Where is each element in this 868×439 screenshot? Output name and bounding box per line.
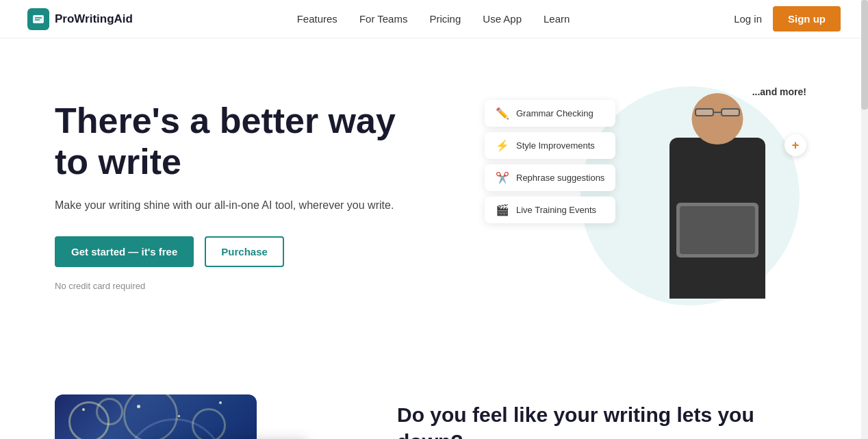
feature-card-training: 🎬 Live Training Events	[485, 197, 615, 223]
logo-text: ProWritingAid	[55, 12, 133, 26]
logo-link[interactable]: ProWritingAid	[27, 8, 133, 30]
nav-for-teams[interactable]: For Teams	[359, 13, 408, 25]
hero-buttons: Get started — it's free Purchase	[55, 236, 411, 267]
hero-left: There's a better way to write Make your …	[55, 101, 411, 290]
hero-subtitle: Make your writing shine with our all-in-…	[55, 197, 411, 214]
section2-right: Do you feel like your writing lets you d…	[397, 394, 813, 439]
feature-card-grammar: ✏️ Grammar Checking	[485, 100, 615, 127]
login-link[interactable]: Log in	[734, 13, 762, 25]
training-icon: 🎬	[496, 203, 509, 216]
hero-section: There's a better way to write Make your …	[0, 38, 868, 353]
nav-features[interactable]: Features	[297, 13, 337, 25]
rephrase-icon: ✂️	[496, 171, 509, 184]
person-glasses	[693, 108, 741, 116]
navbar: ProWritingAid Features For Teams Pricing…	[0, 0, 868, 38]
feature-cards: ✏️ Grammar Checking ⚡ Style Improvements…	[485, 100, 615, 223]
nav-learn[interactable]: Learn	[544, 13, 570, 25]
person-head	[692, 93, 743, 145]
feature-card-rephrase: ✂️ Rephrase suggestions	[485, 164, 615, 191]
person-illustration: +	[642, 79, 793, 299]
grammar-icon: ✏️	[496, 107, 509, 120]
plus-badge: +	[784, 134, 806, 156]
training-label: Live Training Events	[516, 205, 596, 215]
nav-use-app[interactable]: Use App	[483, 13, 522, 25]
scrollbar-thumb[interactable]	[861, 0, 868, 110]
get-started-button[interactable]: Get started — it's free	[55, 236, 194, 267]
no-credit-card-text: No credit card required	[55, 281, 411, 291]
signup-button[interactable]: Sign up	[773, 6, 841, 32]
logo-icon	[27, 8, 49, 30]
nav-pricing[interactable]: Pricing	[429, 13, 461, 25]
rephrase-label: Rephrase suggestions	[516, 173, 604, 183]
section2: My idea in my head Do you feel like your…	[0, 353, 868, 439]
style-label: Style Improvements	[516, 140, 595, 151]
page-scrollbar[interactable]	[861, 0, 868, 439]
laptop	[676, 203, 758, 258]
hero-right: ✏️ Grammar Checking ⚡ Style Improvements…	[485, 79, 813, 312]
feature-card-style: ⚡ Style Improvements	[485, 132, 615, 159]
style-icon: ⚡	[496, 139, 509, 152]
section2-title: Do you feel like your writing lets you d…	[397, 401, 813, 439]
grammar-label: Grammar Checking	[516, 108, 593, 118]
nav-links: Features For Teams Pricing Use App Learn	[297, 13, 570, 25]
hero-title: There's a better way to write	[55, 101, 411, 183]
section2-left: My idea in my head	[55, 394, 342, 439]
purchase-button[interactable]: Purchase	[205, 236, 284, 267]
svg-rect-0	[33, 15, 44, 23]
nav-actions: Log in Sign up	[734, 6, 841, 32]
